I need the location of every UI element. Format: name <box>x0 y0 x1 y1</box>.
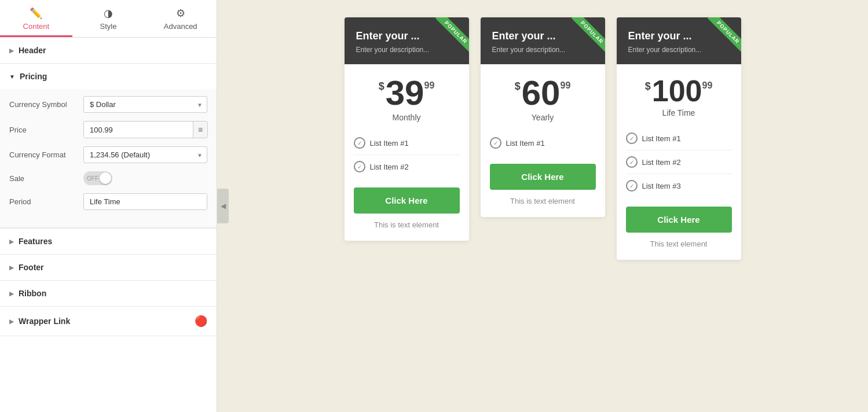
list-item: ✓ List Item #3 <box>626 174 732 197</box>
tab-advanced[interactable]: ⚙ Advanced <box>144 0 217 37</box>
card-1-popular-label: POPULAR <box>435 17 468 53</box>
card-3-price-cents: 99 <box>702 80 712 91</box>
accordion-wrapper-link: ▶ Wrapper Link 🔴 <box>0 307 217 336</box>
currency-symbol-select-wrapper: $ Dollar € Euro £ Pound ▼ <box>83 96 207 113</box>
list-item-label: List Item #1 <box>506 139 545 148</box>
card-2-header: Enter your ... Enter your description...… <box>481 17 605 64</box>
sale-control: OFF <box>83 171 207 185</box>
list-item: ✓ List Item #2 <box>626 150 732 174</box>
currency-format-select[interactable]: 1,234.56 (Default) 1.234,56 <box>83 146 207 163</box>
accordion-header: ▶ Header <box>0 38 217 64</box>
card-3-price-row: $ 100 99 <box>626 76 732 106</box>
collapse-panel-button[interactable]: ◀ <box>217 189 229 223</box>
card-1-cta-button[interactable]: Click Here <box>354 187 460 214</box>
currency-symbol-label: Currency Symbol <box>9 100 79 109</box>
sale-row: Sale OFF <box>9 171 207 185</box>
accordion-pricing-toggle[interactable]: ▼ Pricing <box>0 64 217 89</box>
card-3-cta-button[interactable]: Click Here <box>626 207 732 233</box>
chevron-right-ribbon-icon: ▶ <box>9 290 14 297</box>
toggle-off-label: OFF <box>87 175 98 182</box>
accordion-header-toggle[interactable]: ▶ Header <box>0 38 217 63</box>
chevron-down-icon: ▼ <box>9 73 15 80</box>
pricing-fields: Currency Symbol $ Dollar € Euro £ Pound … <box>0 89 217 228</box>
price-input-wrapper: ≡ <box>83 121 208 138</box>
sale-toggle[interactable]: OFF <box>83 171 112 185</box>
accordion-ribbon: ▶ Ribbon <box>0 281 217 307</box>
style-icon: ◑ <box>104 7 113 20</box>
price-row: Price ≡ <box>9 121 207 138</box>
sale-toggle-wrapper: OFF <box>83 171 112 185</box>
list-item-label: List Item #2 <box>642 158 681 167</box>
currency-format-label: Currency Format <box>9 150 79 159</box>
card-3-currency: $ <box>645 80 651 93</box>
card-2-price-main: 60 <box>522 76 561 111</box>
card-3-period: Life Time <box>626 108 732 117</box>
check-icon: ✓ <box>354 161 365 172</box>
card-3-popular-label: POPULAR <box>707 17 741 53</box>
accordion-pricing: ▼ Pricing Currency Symbol $ Dollar € Eur… <box>0 64 217 229</box>
wrapper-link-icon: 🔴 <box>195 315 207 328</box>
card-2-body: $ 60 99 Yearly ✓ List Item #1 Click Here… <box>481 64 605 217</box>
card-1-text-element: This is text element <box>354 220 460 229</box>
tabs-bar: ✏️ Content ◑ Style ⚙ Advanced <box>0 0 217 38</box>
list-item-label: List Item #1 <box>370 139 409 148</box>
accordion-footer-toggle[interactable]: ▶ Footer <box>0 255 217 280</box>
card-1-price-row: $ 39 99 <box>354 76 460 111</box>
card-1-header: Enter your ... Enter your description...… <box>345 17 469 64</box>
currency-format-select-wrapper: 1,234.56 (Default) 1.234,56 ▼ <box>83 146 207 163</box>
check-icon: ✓ <box>490 137 501 149</box>
chevron-right-icon: ▶ <box>9 47 14 54</box>
list-item-label: List Item #3 <box>642 182 681 190</box>
card-2-price-row: $ 60 99 <box>490 76 596 111</box>
pricing-card-2: Enter your ... Enter your description...… <box>481 17 605 217</box>
card-3-ribbon: POPULAR <box>695 17 741 64</box>
sale-label: Sale <box>9 174 79 183</box>
advanced-icon: ⚙ <box>176 7 185 20</box>
currency-symbol-control: $ Dollar € Euro £ Pound ▼ <box>83 96 207 113</box>
price-label: Price <box>9 126 79 134</box>
card-2-cta-button[interactable]: Click Here <box>490 164 596 190</box>
list-item-label: List Item #1 <box>642 134 681 143</box>
check-icon: ✓ <box>626 180 638 192</box>
currency-symbol-select[interactable]: $ Dollar € Euro £ Pound <box>83 96 207 113</box>
check-icon: ✓ <box>626 156 638 168</box>
card-1-price-cents: 99 <box>424 80 434 91</box>
list-item: ✓ List Item #1 <box>490 131 596 154</box>
list-item: ✓ List Item #1 <box>626 127 732 150</box>
period-label: Period <box>9 197 79 206</box>
period-input[interactable] <box>83 193 207 210</box>
card-2-currency: $ <box>515 80 521 93</box>
toggle-knob <box>100 172 111 184</box>
card-1-currency: $ <box>379 80 384 93</box>
card-2-ribbon: POPULAR <box>559 17 605 64</box>
accordion-features-toggle[interactable]: ▶ Features <box>0 229 217 254</box>
price-input[interactable] <box>84 122 193 138</box>
currency-format-control: 1,234.56 (Default) 1.234,56 ▼ <box>83 146 207 163</box>
list-item: ✓ List Item #2 <box>354 155 460 178</box>
left-panel: ✏️ Content ◑ Style ⚙ Advanced ▶ Header ▼… <box>0 0 217 412</box>
list-item-label: List Item #2 <box>370 163 409 171</box>
accordion-ribbon-toggle[interactable]: ▶ Ribbon <box>0 281 217 306</box>
accordion-wrapper-link-toggle[interactable]: ▶ Wrapper Link 🔴 <box>0 307 217 336</box>
card-1-list: ✓ List Item #1 ✓ List Item #2 <box>354 131 460 178</box>
pricing-card-1: Enter your ... Enter your description...… <box>345 17 469 241</box>
price-icon-btn[interactable]: ≡ <box>193 122 207 138</box>
card-2-period: Yearly <box>490 113 596 122</box>
card-2-text-element: This is text element <box>490 197 596 205</box>
card-2-popular-label: POPULAR <box>571 17 605 53</box>
content-icon: ✏️ <box>30 7 42 20</box>
chevron-right-features-icon: ▶ <box>9 238 14 245</box>
card-1-ribbon: POPULAR <box>423 17 469 64</box>
currency-format-row: Currency Format 1,234.56 (Default) 1.234… <box>9 146 207 163</box>
period-row: Period <box>9 193 207 210</box>
tab-style[interactable]: ◑ Style <box>72 0 145 37</box>
card-1-body: $ 39 99 Monthly ✓ List Item #1 ✓ List It… <box>345 64 469 241</box>
check-icon: ✓ <box>354 137 365 149</box>
chevron-right-footer-icon: ▶ <box>9 264 14 271</box>
chevron-right-wrapper-icon: ▶ <box>9 318 14 325</box>
currency-symbol-row: Currency Symbol $ Dollar € Euro £ Pound … <box>9 96 207 113</box>
tab-content[interactable]: ✏️ Content <box>0 0 72 37</box>
card-3-body: $ 100 99 Life Time ✓ List Item #1 ✓ List… <box>617 64 741 260</box>
card-3-price-main: 100 <box>652 76 702 106</box>
check-icon: ✓ <box>626 133 638 144</box>
